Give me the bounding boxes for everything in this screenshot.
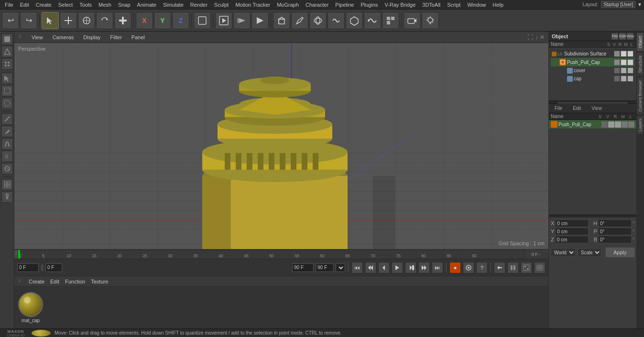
add-tool-button[interactable] [114, 12, 131, 29]
menu-vray-bridge[interactable]: V-Ray Bridge [382, 1, 419, 9]
layout-selector[interactable]: Startup [User] [601, 1, 635, 8]
subdiv-btn-3[interactable] [627, 51, 633, 57]
deform-tool-button[interactable] [327, 12, 345, 29]
menu-simulate[interactable]: Simulate [160, 1, 186, 9]
function-menu[interactable]: Function [65, 279, 85, 284]
fps-input[interactable] [316, 263, 334, 272]
menu-animate[interactable]: Animate [134, 1, 159, 9]
grid-tool-left[interactable] [1, 179, 13, 190]
redo-button[interactable]: ↪ [20, 12, 37, 29]
cover-btn-3[interactable] [627, 67, 633, 74]
question-button[interactable]: ? [476, 262, 488, 273]
render-prev-button[interactable] [233, 12, 251, 29]
viewport-close-icon[interactable]: ✕ [540, 34, 545, 41]
cover-btn-2[interactable] [621, 67, 627, 74]
menu-pipeline[interactable]: Pipeline [332, 1, 357, 9]
tab-object[interactable]: Object [636, 33, 644, 52]
tab-current-browser[interactable]: Current Browser [636, 77, 644, 115]
menu-script[interactable]: Script [444, 1, 463, 9]
layout-dropdown-icon[interactable]: ▼ [637, 2, 642, 7]
live-select-button[interactable] [1, 73, 13, 84]
goto-end-button[interactable]: ⏭ [432, 262, 443, 273]
edge-mode-button[interactable] [1, 46, 13, 57]
camera-tool-button[interactable] [404, 12, 421, 29]
object-panel-view[interactable]: View [627, 33, 633, 40]
obj-row-cover[interactable]: cover [551, 66, 634, 75]
nurbs-tool-button[interactable] [309, 12, 327, 29]
viewport-zoom-icon[interactable]: ⛶ [527, 34, 533, 41]
attr-view-menu[interactable]: View [588, 105, 606, 111]
attr-btn-4[interactable] [622, 121, 628, 128]
move-tool-button[interactable] [42, 12, 59, 29]
object-panel-edit[interactable]: Edit [619, 33, 626, 40]
pen-tool-button[interactable] [291, 12, 308, 29]
cube-tool-button[interactable] [273, 12, 290, 29]
coord-system-select[interactable]: World [551, 248, 576, 257]
step-back-button[interactable] [378, 262, 390, 273]
circle-select-button[interactable] [1, 98, 13, 109]
rect-select-button[interactable] [1, 85, 13, 97]
coord-p-val[interactable] [598, 228, 632, 235]
attr-btn-1[interactable] [601, 121, 608, 128]
menu-mograph[interactable]: MoGraph [274, 1, 302, 9]
menu-create[interactable]: Create [33, 1, 55, 9]
object-panel-file[interactable]: File [611, 33, 618, 40]
pp-btn-1[interactable] [614, 59, 620, 65]
current-frame-input[interactable] [17, 263, 39, 272]
z-axis-button[interactable]: Z [172, 12, 189, 29]
menu-help[interactable]: Help [490, 1, 507, 9]
3d-viewport[interactable]: X Y Z Perspective Grid Spacing : 1 cm [14, 43, 548, 249]
end-frame-input[interactable] [292, 263, 314, 272]
timeline-view-button[interactable] [534, 262, 546, 273]
cover-btn-1[interactable] [614, 67, 620, 74]
attr-btn-2[interactable] [608, 121, 614, 128]
frame-offset-input[interactable] [45, 263, 62, 272]
menu-tools[interactable]: Tools [76, 1, 95, 9]
polygon-mode-button[interactable] [1, 33, 13, 45]
paint-tool-left[interactable] [1, 126, 13, 137]
symmetry-tool-left[interactable] [1, 163, 13, 174]
edit-menu-mat[interactable]: Edit [50, 279, 59, 284]
object-mode-button[interactable] [194, 12, 211, 29]
menu-character[interactable]: Character [303, 1, 331, 9]
obj-row-subdivision[interactable]: L0 Subdivision Surface [551, 50, 634, 58]
x-axis-button[interactable]: X [136, 12, 153, 29]
coord-h-val[interactable] [598, 219, 632, 227]
auto-key-button[interactable] [463, 262, 474, 273]
next-keyframe-button[interactable] [418, 262, 430, 273]
snap-button[interactable] [494, 262, 505, 273]
obj-row-push-pull-cap[interactable]: Push_Pull_Cap [551, 58, 634, 66]
attr-btn-3[interactable] [615, 121, 621, 128]
cap-btn-3[interactable] [627, 76, 633, 82]
prev-keyframe-button[interactable] [365, 262, 376, 273]
menu-window[interactable]: Window [464, 1, 489, 9]
render-region-button[interactable] [215, 12, 232, 29]
play-forward-button[interactable] [405, 262, 416, 273]
pp-btn-2[interactable] [621, 59, 627, 65]
scale-tool-button[interactable] [78, 12, 95, 29]
attr-edit-menu[interactable]: Edit [569, 105, 585, 111]
motion-path-button[interactable] [521, 262, 532, 273]
light-tool-button[interactable] [422, 12, 439, 29]
coord-x-pos[interactable] [555, 219, 589, 227]
attr-file-menu[interactable]: File [551, 105, 566, 111]
obj-row-cap[interactable]: cap [551, 75, 634, 83]
line-tool-left[interactable] [1, 113, 13, 125]
subdiv-btn-1[interactable] [614, 51, 620, 57]
coord-z-pos[interactable] [555, 236, 589, 243]
menu-plugins[interactable]: Plugins [358, 1, 381, 9]
menu-motion-tracker[interactable]: Motion Tracker [232, 1, 273, 9]
material-ball[interactable] [18, 292, 43, 317]
attr-selected-row[interactable]: Push_Pull_Cap [549, 120, 636, 129]
menu-3dtoall[interactable]: 3DToAll [419, 1, 443, 9]
fps-select[interactable]: F [336, 263, 345, 272]
y-axis-button[interactable]: Y [154, 12, 171, 29]
goto-start-button[interactable]: ⏮ [351, 262, 363, 273]
subdiv-tool-button[interactable] [346, 12, 363, 29]
pp-btn-3[interactable] [627, 59, 633, 65]
select-tool-button[interactable] [60, 12, 77, 29]
panel-menu[interactable]: Panel [130, 33, 147, 41]
texture-menu[interactable]: Texture [91, 279, 108, 284]
scale-system-select[interactable]: Scale [578, 248, 601, 257]
pose-tool-left[interactable] [1, 191, 13, 203]
